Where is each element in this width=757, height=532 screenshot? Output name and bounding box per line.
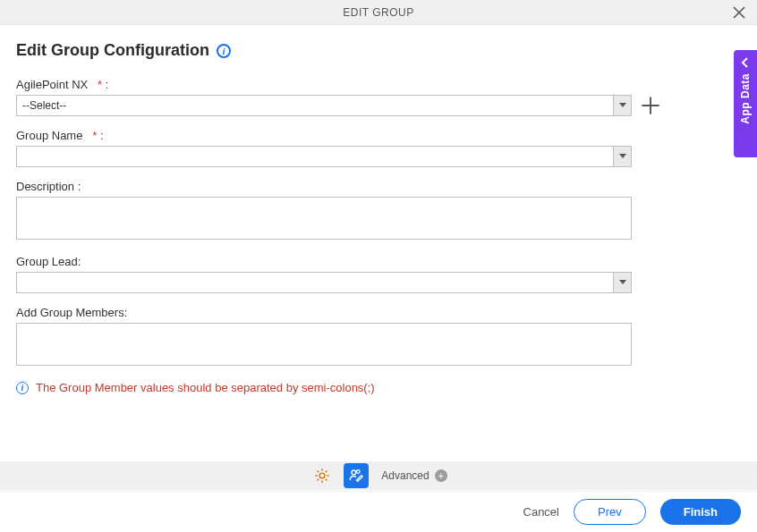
close-icon <box>733 6 745 19</box>
group-name-input[interactable] <box>17 147 613 166</box>
agilepoint-label: AgilePoint NX * : <box>16 78 108 91</box>
plus-circle-icon: + <box>435 469 447 482</box>
main-content: Edit Group Configuration i AgilePoint NX… <box>0 25 680 394</box>
add-members-textarea[interactable] <box>16 323 632 366</box>
group-name-select[interactable] <box>16 146 632 167</box>
info-icon: i <box>16 382 29 394</box>
users-edit-icon <box>348 468 364 484</box>
add-members-label: Add Group Members: <box>16 306 127 319</box>
agilepoint-select[interactable] <box>16 95 632 116</box>
prev-button[interactable]: Prev <box>574 499 646 525</box>
settings-button[interactable] <box>310 463 335 488</box>
description-label: Description : <box>16 180 81 193</box>
group-name-label: Group Name * : <box>16 129 104 142</box>
group-name-dropdown-button[interactable] <box>613 147 631 166</box>
hint-text: The Group Member values should be separa… <box>36 381 375 394</box>
advanced-toggle[interactable]: Advanced + <box>381 469 447 482</box>
group-lead-label: Group Lead: <box>16 255 81 268</box>
app-data-side-tab[interactable]: App Data <box>734 50 757 157</box>
group-lead-input[interactable] <box>17 273 613 292</box>
svg-point-0 <box>319 473 325 478</box>
side-tab-label: App Data <box>739 73 752 124</box>
cancel-button[interactable]: Cancel <box>523 505 559 519</box>
finish-button[interactable]: Finish <box>660 499 741 525</box>
chevron-down-icon <box>619 103 626 108</box>
gear-icon <box>314 468 330 484</box>
svg-point-2 <box>357 470 361 474</box>
svg-point-1 <box>352 470 356 475</box>
close-button[interactable] <box>727 0 752 25</box>
group-lead-select[interactable] <box>16 272 632 293</box>
dialog-header: EDIT GROUP <box>0 0 757 25</box>
chevron-down-icon <box>619 280 626 285</box>
advanced-label: Advanced <box>381 469 429 482</box>
info-icon[interactable]: i <box>217 44 231 58</box>
plus-icon <box>641 96 660 115</box>
chevron-down-icon <box>619 154 626 159</box>
group-config-button[interactable] <box>344 463 369 488</box>
description-textarea[interactable] <box>16 197 632 240</box>
group-lead-dropdown-button[interactable] <box>613 273 631 292</box>
dialog-footer: Cancel Prev Finish <box>0 491 757 532</box>
hint-row: i The Group Member values should be sepa… <box>16 381 664 394</box>
agilepoint-input[interactable] <box>17 96 613 115</box>
page-title: Edit Group Configuration <box>16 41 209 60</box>
add-agilepoint-button[interactable] <box>641 96 660 115</box>
toolbar: Advanced + <box>0 461 757 490</box>
dialog-title: EDIT GROUP <box>343 6 413 19</box>
agilepoint-dropdown-button[interactable] <box>613 96 631 115</box>
chevron-left-icon <box>740 57 751 68</box>
